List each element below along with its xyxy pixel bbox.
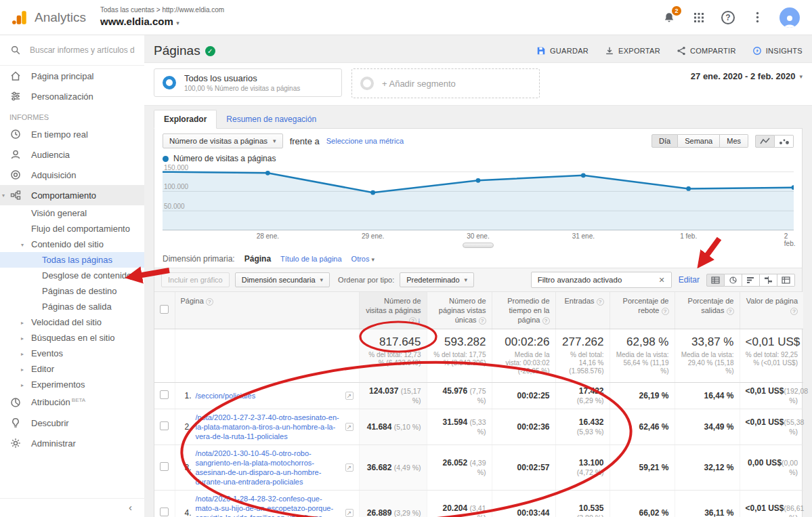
dimension-page-title[interactable]: Título de la página — [280, 255, 342, 263]
sort-desc-icon[interactable]: ↓ — [417, 316, 421, 324]
table-row[interactable]: 3./nota/2020-1-30-10-45-0-otro-robo-sang… — [154, 445, 803, 491]
row-checkbox[interactable] — [160, 390, 169, 399]
page-link[interactable]: /seccion/policiales — [196, 391, 341, 400]
pageviews-line-chart[interactable]: 50.000100.000150.000 — [163, 166, 794, 230]
sidebar-item-admin[interactable]: Administrar — [0, 433, 144, 453]
analytics-logo[interactable]: Analytics — [0, 9, 96, 26]
sidebar-item-site-speed[interactable]: ▸ Velocidad del sitio — [0, 314, 144, 330]
secondary-dimension-dropdown[interactable]: Dimensión secundaria ▾ — [235, 272, 330, 287]
sort-type-dropdown[interactable]: Predeterminado ▾ — [400, 272, 474, 287]
sidebar-collapse-button[interactable]: ‹ — [0, 498, 144, 517]
help-icon[interactable]: ? — [479, 317, 486, 325]
sidebar-item-acquisition[interactable]: Adquisición — [0, 165, 144, 185]
column-header-pageviews[interactable]: Número de visitas a páginas?↓ — [359, 292, 427, 329]
sidebar-item-overview[interactable]: Visión general — [0, 205, 144, 221]
account-breadcrumb[interactable]: Todas las cuentas > http://www.eldia.com — [100, 6, 224, 15]
export-button[interactable]: EXPORTAR — [605, 46, 660, 56]
granularity-day-button[interactable]: Día — [651, 134, 678, 148]
sidebar-item-behavior[interactable]: ▾ Comportamiento — [0, 185, 144, 205]
dimension-other-dropdown[interactable]: Otros ▾ — [351, 255, 375, 263]
sidebar-item-landing-pages[interactable]: Páginas de destino — [0, 283, 144, 299]
help-icon[interactable]: ? — [727, 308, 734, 315]
external-link-icon[interactable]: ↗ — [345, 423, 354, 431]
external-link-icon[interactable]: ↗ — [345, 463, 354, 472]
sidebar-item-site-search[interactable]: ▸ Búsquedas en el sitio — [0, 330, 144, 346]
sidebar-item-publisher[interactable]: ▸ Editor — [0, 361, 144, 377]
sidebar-item-attribution[interactable]: AtribuciónBETA — [0, 392, 144, 413]
row-checkbox[interactable] — [160, 508, 169, 516]
external-link-icon[interactable]: ↗ — [345, 509, 354, 517]
edit-filter-link[interactable]: Editar — [679, 275, 700, 285]
save-button[interactable]: GUARDAR — [536, 46, 589, 56]
granularity-week-button[interactable]: Semana — [678, 134, 720, 148]
sidebar-item-home[interactable]: Página principal — [0, 66, 144, 86]
add-segment-button[interactable]: + Añadir segmento — [351, 68, 540, 98]
external-link-icon[interactable]: ↗ — [345, 392, 354, 400]
plot-rows-button[interactable]: Incluir en gráfico — [161, 272, 230, 287]
comparison-view-icon[interactable] — [760, 274, 777, 287]
granularity-month-button[interactable]: Mes — [720, 134, 748, 148]
row-checkbox[interactable] — [160, 421, 169, 430]
sidebar-item-behavior-flow[interactable]: Flujo del comportamiento — [0, 221, 144, 236]
sidebar-item-discover[interactable]: Descubrir — [0, 413, 144, 433]
column-header-bounce-rate[interactable]: Porcentaje de rebote? — [610, 292, 675, 329]
percentage-view-icon[interactable] — [725, 274, 742, 287]
page-link[interactable]: /nota/2020-1-27-2-37-40-otro-asesinato-e… — [196, 413, 341, 441]
notifications-bell-icon[interactable]: 2 — [662, 10, 677, 25]
chart-scrollbar-handle[interactable] — [463, 243, 494, 248]
dimension-page[interactable]: Página — [244, 254, 271, 264]
apps-grid-icon[interactable] — [691, 10, 706, 25]
sidebar-item-exit-pages[interactable]: Páginas de salida — [0, 299, 144, 314]
sidebar-item-audience[interactable]: Audiencia — [0, 144, 144, 165]
data-table-view-icon[interactable] — [706, 274, 725, 287]
advanced-filter-chip[interactable]: Filtro avanzado activado ✕ — [531, 272, 672, 288]
insights-button[interactable]: INSIGHTS — [752, 46, 803, 56]
sidebar-item-site-content[interactable]: ▾ Contenido del sitio — [0, 236, 144, 252]
performance-view-icon[interactable] — [742, 274, 760, 287]
x-tick-label: 30 ene. — [467, 232, 489, 240]
user-avatar[interactable] — [779, 7, 800, 28]
help-icon[interactable]: ? — [542, 317, 550, 325]
column-header-page[interactable]: Página? — [175, 292, 359, 329]
more-vertical-icon[interactable] — [750, 10, 765, 25]
table-row[interactable]: 1./seccion/policiales↗ 124.037 (15,17 %)… — [154, 383, 803, 409]
row-checkbox[interactable] — [160, 462, 169, 471]
close-icon[interactable]: ✕ — [656, 276, 666, 285]
tab-navigation-summary[interactable]: Resumen de navegación — [217, 110, 326, 128]
select-metric-link[interactable]: Seleccione una métrica — [326, 137, 404, 145]
account-switcher[interactable]: Todas las cuentas > http://www.eldia.com… — [100, 6, 224, 28]
help-icon[interactable]: ? — [721, 11, 735, 24]
share-button[interactable]: COMPARTIR — [677, 46, 736, 56]
column-header-entrances[interactable]: Entradas? — [555, 292, 610, 329]
sidebar-item-all-pages[interactable]: Todas las páginas — [0, 252, 144, 268]
date-range-picker[interactable]: 27 ene. 2020 - 2 feb. 2020 ▾ — [691, 68, 803, 81]
property-name[interactable]: www.eldia.com — [100, 16, 173, 27]
tab-explorer[interactable]: Explorador — [154, 110, 217, 129]
sidebar-item-content-drilldown[interactable]: Desglose de contenido — [0, 268, 144, 283]
help-icon[interactable]: ? — [409, 317, 416, 325]
help-icon[interactable]: ? — [597, 298, 604, 306]
motion-chart-icon[interactable] — [775, 135, 794, 148]
segment-all-users[interactable]: Todos los usuarios 100,00 % Número de vi… — [154, 68, 342, 97]
help-icon[interactable]: ? — [662, 308, 669, 315]
select-all-checkbox[interactable] — [160, 305, 169, 314]
page-link[interactable]: /nota/2020-1-28-4-28-32-confeso-que-mato… — [196, 494, 341, 517]
pivot-view-icon[interactable] — [777, 274, 795, 287]
table-row[interactable]: 4./nota/2020-1-28-4-28-32-confeso-que-ma… — [154, 491, 803, 517]
column-header-avg-time[interactable]: Promedio de tiempo en la página? — [492, 292, 555, 329]
line-chart-icon[interactable] — [755, 135, 775, 148]
table-row[interactable]: 2./nota/2020-1-27-2-37-40-otro-asesinato… — [154, 409, 803, 445]
column-header-unique-pageviews[interactable]: Número de páginas vistas únicas? — [427, 292, 492, 329]
sidebar-item-events[interactable]: ▸ Eventos — [0, 346, 144, 361]
column-header-page-value[interactable]: Valor de página? — [740, 292, 803, 329]
sidebar-search[interactable]: Buscar informes y artículos de — [0, 35, 144, 66]
page-link[interactable]: /nota/2020-1-30-10-45-0-otro-robo-sangri… — [196, 449, 341, 487]
sidebar-item-realtime[interactable]: En tiempo real — [0, 124, 144, 144]
sidebar-item-personalization[interactable]: Personalización — [0, 86, 144, 106]
totals-subtext: % del total: 12,73 % (6.423.949) — [365, 351, 421, 367]
sidebar-item-experiments[interactable]: ▸ Experimentos — [0, 377, 144, 392]
metric-selector-dropdown[interactable]: Número de visitas a páginas ▾ — [163, 133, 283, 148]
help-icon[interactable]: ? — [790, 308, 798, 315]
column-header-exit-rate[interactable]: Porcentaje de salidas? — [675, 292, 740, 329]
help-icon[interactable]: ? — [206, 298, 213, 306]
